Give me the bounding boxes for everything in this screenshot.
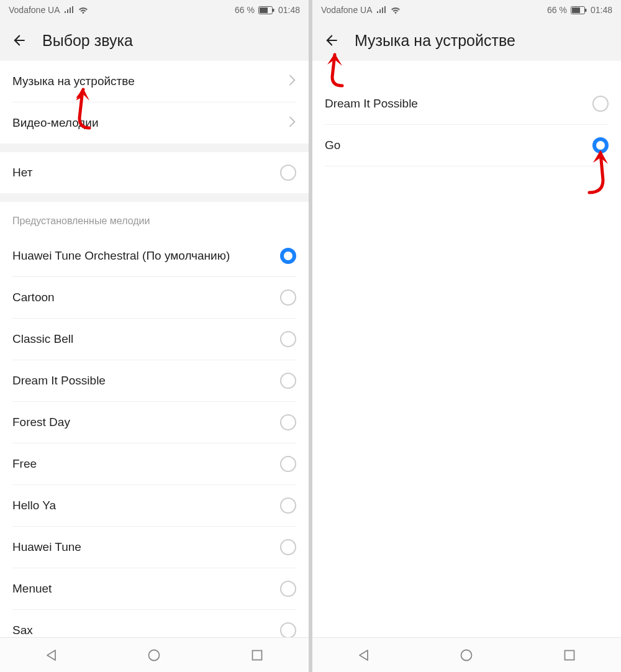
- song-option[interactable]: Dream It Possible: [312, 83, 621, 124]
- status-time: 01:48: [278, 5, 300, 15]
- svg-point-8: [461, 650, 472, 660]
- radio-unchecked-icon: [280, 289, 296, 306]
- carrier-label: Vodafone UA: [9, 5, 60, 15]
- page-title: Музыка на устройстве: [355, 32, 515, 50]
- row-label: Classic Bell: [12, 332, 73, 346]
- ringtone-option[interactable]: Cartoon: [0, 277, 309, 318]
- radio-unchecked-icon: [280, 539, 296, 555]
- wifi-icon: [78, 6, 89, 14]
- chevron-right-icon: [289, 115, 296, 131]
- row-label: Музыка на устройстве: [12, 75, 135, 88]
- svg-rect-9: [565, 650, 574, 660]
- back-button[interactable]: [324, 32, 341, 49]
- signal-icon: [64, 6, 74, 14]
- radio-unchecked-icon: [280, 622, 296, 637]
- ringtone-option[interactable]: Forest Day: [0, 402, 309, 443]
- ringtone-option[interactable]: Classic Bell: [0, 319, 309, 360]
- nav-recent-button[interactable]: [561, 647, 578, 663]
- wifi-icon: [390, 6, 401, 14]
- content: Музыка на устройстве Видео-мелодии Нет П…: [0, 61, 309, 637]
- android-nav-bar: [312, 637, 621, 672]
- row-label: Dream It Possible: [12, 374, 106, 388]
- nav-recent-button[interactable]: [249, 647, 265, 663]
- divider: [325, 166, 609, 166]
- header: Музыка на устройстве: [312, 20, 621, 61]
- row-label: Huawei Tune: [12, 540, 81, 554]
- nav-home-button[interactable]: [458, 647, 474, 663]
- carrier-label: Vodafone UA: [321, 5, 373, 15]
- svg-rect-7: [585, 9, 587, 12]
- row-label: Menuet: [12, 582, 52, 596]
- radio-checked-icon: [280, 248, 296, 264]
- phone-right: Vodafone UA 66 % 01:48 Музыка на устройс…: [312, 0, 621, 672]
- row-label: Forest Day: [12, 415, 70, 429]
- svg-rect-6: [572, 7, 580, 13]
- song-option[interactable]: Go: [312, 125, 621, 166]
- row-label: Go: [325, 138, 340, 152]
- ringtone-option[interactable]: Hello Ya: [0, 485, 309, 526]
- phone-left: Vodafone UA 66 % 01:48 Выбор звука Музык…: [0, 0, 309, 672]
- ringtone-option[interactable]: Huawei Tune Orchestral (По умолчанию): [0, 235, 309, 276]
- header: Выбор звука: [0, 20, 309, 61]
- row-label: Dream It Possible: [325, 97, 418, 111]
- nav-music-on-device[interactable]: Музыка на устройстве: [0, 61, 309, 102]
- row-label: Sax: [12, 624, 33, 637]
- nav-back-button[interactable]: [356, 647, 372, 663]
- battery-pct: 66 %: [547, 5, 567, 15]
- battery-icon: [571, 6, 587, 14]
- ringtone-option[interactable]: Huawei Tune: [0, 527, 309, 568]
- row-label: Cartoon: [12, 291, 55, 304]
- section-header: Предустановленные мелодии: [0, 202, 309, 235]
- radio-unchecked-icon: [280, 331, 296, 347]
- battery-icon: [258, 6, 274, 14]
- radio-unchecked-icon: [280, 165, 296, 181]
- ringtone-option[interactable]: Free: [0, 443, 309, 484]
- row-label: Huawei Tune Orchestral (По умолчанию): [12, 249, 230, 263]
- battery-pct: 66 %: [235, 5, 255, 15]
- svg-rect-1: [260, 7, 268, 13]
- section-gap: [0, 193, 309, 202]
- status-time: 01:48: [591, 5, 612, 15]
- radio-unchecked-icon: [280, 456, 296, 472]
- back-button[interactable]: [11, 32, 29, 49]
- radio-unchecked-icon: [592, 96, 609, 112]
- chevron-right-icon: [289, 73, 296, 89]
- page-title: Выбор звука: [42, 32, 133, 50]
- nav-video-melodies[interactable]: Видео-мелодии: [0, 102, 309, 143]
- svg-rect-4: [253, 650, 262, 660]
- radio-checked-icon: [592, 137, 609, 153]
- row-label: Нет: [12, 166, 32, 179]
- svg-point-3: [149, 650, 160, 660]
- svg-rect-2: [273, 9, 274, 12]
- radio-unchecked-icon: [280, 373, 296, 389]
- radio-unchecked-icon: [280, 414, 296, 430]
- content: Dream It PossibleGo: [312, 61, 621, 637]
- status-bar: Vodafone UA 66 % 01:48: [0, 0, 309, 20]
- nav-home-button[interactable]: [146, 647, 162, 663]
- status-bar: Vodafone UA 66 % 01:48: [312, 0, 621, 20]
- ringtone-option[interactable]: Menuet: [0, 568, 309, 609]
- radio-unchecked-icon: [280, 497, 296, 514]
- ringtone-option[interactable]: Sax: [0, 610, 309, 637]
- signal-icon: [376, 6, 386, 14]
- row-label: Hello Ya: [12, 499, 56, 512]
- ringtone-option[interactable]: Dream It Possible: [0, 360, 309, 401]
- section-gap: [0, 143, 309, 152]
- none-option[interactable]: Нет: [0, 152, 309, 193]
- row-label: Видео-мелодии: [12, 116, 99, 130]
- android-nav-bar: [0, 637, 309, 672]
- row-label: Free: [12, 457, 37, 471]
- nav-back-button[interactable]: [43, 647, 60, 663]
- radio-unchecked-icon: [280, 581, 296, 597]
